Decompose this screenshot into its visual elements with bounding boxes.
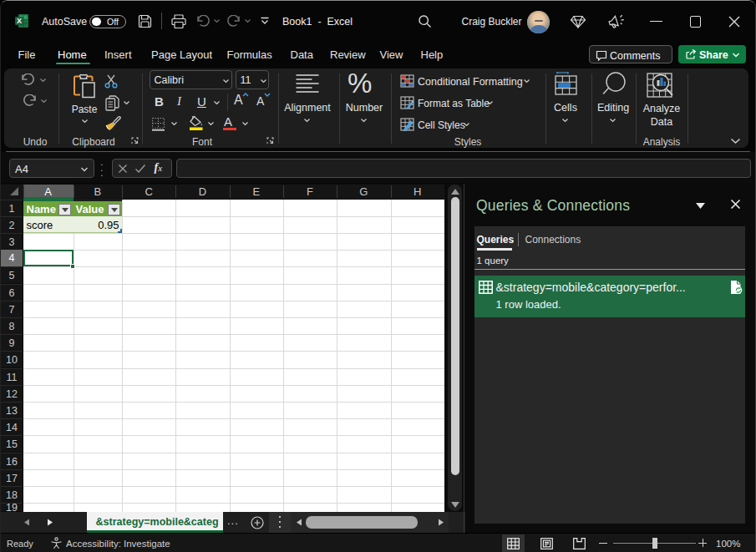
svg-text:X: X [17, 17, 22, 25]
